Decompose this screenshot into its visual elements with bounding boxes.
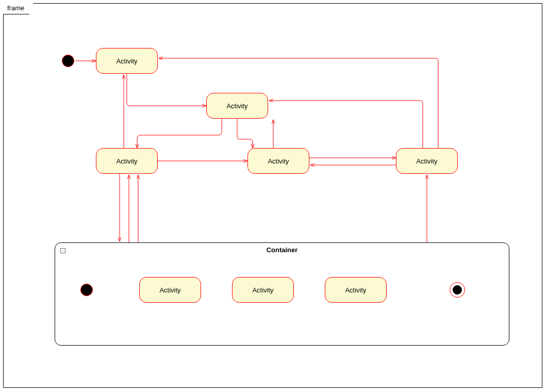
activity-label: Activity bbox=[159, 286, 180, 294]
activity-label: Activity bbox=[226, 102, 247, 110]
activity-label: Activity bbox=[116, 57, 137, 65]
frame-tab: frame bbox=[3, 3, 34, 14]
activity-top[interactable]: Activity bbox=[96, 48, 158, 74]
activity-label: Activity bbox=[252, 286, 273, 294]
activity-left[interactable]: Activity bbox=[96, 148, 158, 174]
final-node-inner[interactable] bbox=[450, 282, 465, 298]
activity-label: Activity bbox=[345, 286, 366, 294]
initial-node-inner[interactable] bbox=[80, 284, 93, 296]
activity-center[interactable]: Activity bbox=[247, 148, 309, 174]
activity-label: Activity bbox=[416, 157, 437, 165]
activity-right[interactable]: Activity bbox=[396, 148, 458, 174]
activity-label: Activity bbox=[268, 157, 289, 165]
container-title: Container bbox=[55, 246, 509, 254]
diagram-canvas: frame bbox=[0, 0, 547, 392]
activity-c1[interactable]: Activity bbox=[139, 277, 201, 303]
frame-label: frame bbox=[7, 4, 24, 12]
activity-mid-upper[interactable]: Activity bbox=[206, 93, 268, 119]
activity-c3[interactable]: Activity bbox=[325, 277, 387, 303]
activity-label: Activity bbox=[116, 157, 137, 165]
initial-node-outer[interactable] bbox=[62, 55, 74, 67]
activity-c2[interactable]: Activity bbox=[232, 277, 294, 303]
